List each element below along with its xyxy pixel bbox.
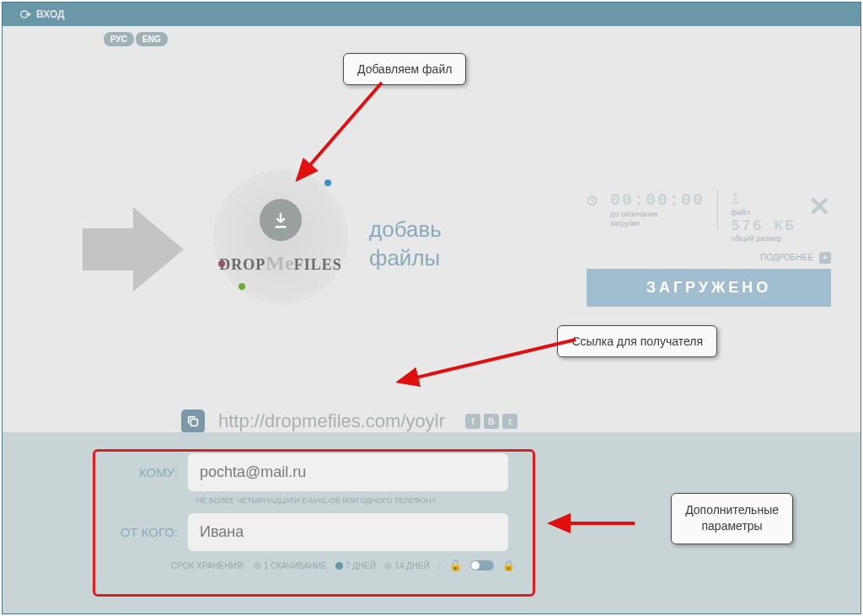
login-icon [19,8,31,20]
add-files-line2: файлы [369,244,442,273]
plus-icon: + [819,252,831,264]
status-file-count: 1 [731,190,796,208]
share-link-row: http://dropmefiles.com/yoylr f B t [181,410,517,433]
clock-icon [587,190,598,211]
status-file-block: 1 файл 576 КБ общий размер [731,190,796,244]
login-link[interactable]: ВХОД [19,8,65,20]
status-time-block: 00:00:00 до окончания загрузки [610,190,705,228]
callout-add-file: Добавляем файл [343,53,466,85]
big-arrow-icon [74,195,192,304]
from-label: ОТ КОГО: [112,525,188,539]
dot-green [239,283,245,290]
copy-link-icon[interactable] [181,410,205,433]
status-time: 00:00:00 [610,190,705,210]
svg-rect-2 [190,419,197,426]
callout-link: Ссылка для получателя [557,325,717,357]
status-size: 576 КБ [731,217,796,234]
status-loaded-bar: ЗАГРУЖЕНО [587,269,831,307]
logo-me: Me [265,252,293,274]
social-icons: f B t [465,414,517,429]
logo-files: FILES [294,256,342,273]
from-row: ОТ КОГО: [112,513,751,551]
logo-drop: DROP [219,256,265,273]
download-arrow-icon [271,211,290,229]
add-files-text: добавь файлы [369,216,442,273]
main-area: DROPMeFILES добавь файлы 00:00:00 до око… [3,26,860,431]
top-bar: ВХОД [3,3,860,26]
status-more-label: ПОДРОБНЕЕ [760,253,813,262]
close-icon[interactable]: ✕ [808,190,831,222]
drop-zone[interactable]: DROPMeFILES [213,169,348,304]
status-divider [717,190,718,229]
login-label: ВХОД [36,8,65,20]
password-toggle[interactable] [470,560,494,570]
tw-icon[interactable]: t [502,414,517,429]
callout-params: Дополнительные параметры [671,493,793,544]
fb-icon[interactable]: f [465,414,480,429]
share-url[interactable]: http://dropmefiles.com/yoylr [218,410,445,432]
status-size-label: общий размер [731,234,796,244]
status-panel: 00:00:00 до окончания загрузки 1 файл 57… [587,190,831,307]
add-files-line1: добавь [369,216,442,244]
logo: DROPMeFILES [219,252,341,275]
vk-icon[interactable]: B [484,414,499,429]
status-file-label: файл [731,208,796,217]
dot-blue [324,179,331,186]
from-input[interactable] [188,513,508,551]
status-more-link[interactable]: ПОДРОБНЕЕ + [587,252,831,264]
status-time-sub2: загрузки [610,219,705,228]
drop-inner-circle [260,199,302,241]
status-time-sub1: до окончания [610,210,705,219]
